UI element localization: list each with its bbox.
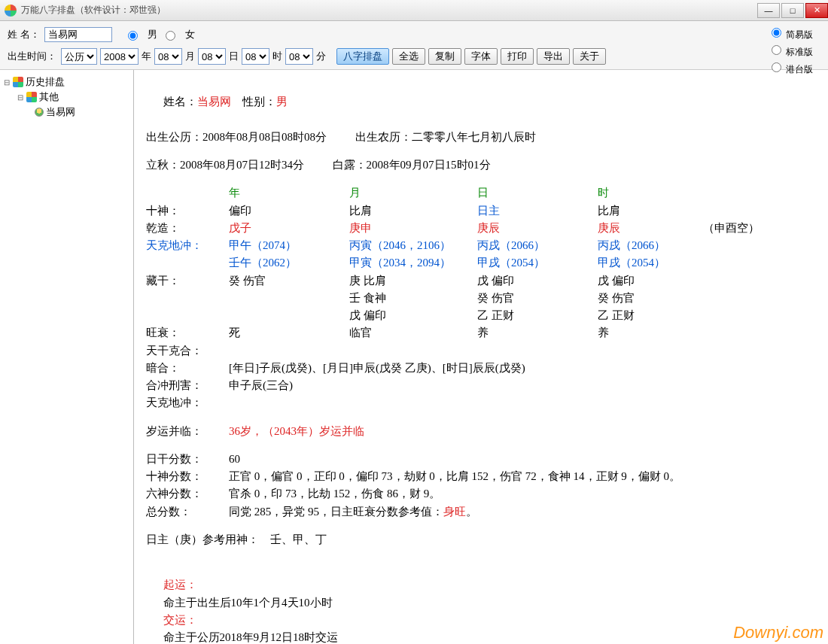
paipan-button[interactable]: 八字排盘: [336, 48, 389, 65]
tree-toggle-icon[interactable]: ⊟: [17, 93, 24, 102]
about-button[interactable]: 关于: [573, 48, 606, 65]
result-content[interactable]: 姓名：当易网 性别：男 出生公历：2008年08月08日08时08分 出生农历：…: [134, 70, 828, 644]
year-select[interactable]: 2008: [100, 48, 139, 65]
tiangan-kehe: 天干克合：: [146, 342, 813, 360]
copy-button[interactable]: 复制: [428, 48, 461, 65]
anhe-row: 暗合：[年日]子辰(戊癸)、[月日]申辰(戊癸 乙庚)、[时日]辰辰(戊癸): [146, 360, 813, 377]
maximize-button[interactable]: □: [781, 3, 804, 18]
hechongxinghai-row: 合冲刑害：申子辰(三合): [146, 377, 813, 394]
selectall-button[interactable]: 全选: [392, 48, 425, 65]
suiyun-row: 岁运并临：36岁，（2043年）岁运并临: [146, 423, 813, 440]
folder-icon: [26, 92, 37, 102]
calendar-select[interactable]: 公历: [61, 48, 97, 65]
version-radios: 简易版 标准版 港台版: [768, 26, 814, 76]
tree-leaf[interactable]: 当易网: [3, 105, 130, 120]
qianzao-row: 乾造： 戊子 庚申 庚辰 庚辰 （申酉空）: [146, 220, 813, 237]
rgfs-row: 日干分数：60: [146, 451, 813, 468]
shishen-row: 十神： 偏印 比肩 日主 比肩: [146, 202, 813, 220]
version-simple-radio[interactable]: 简易版: [768, 26, 813, 41]
gender-female-radio[interactable]: 女: [162, 28, 195, 41]
app-icon: [5, 5, 17, 17]
tree-group[interactable]: ⊟ 其他: [3, 90, 130, 105]
tkdc-empty-row: 天克地冲：: [146, 394, 813, 412]
print-button[interactable]: 打印: [501, 48, 534, 65]
tiankedichong-row2: 壬午（2062） 甲寅（2034，2094） 甲戌（2054） 甲戌（2054）: [146, 254, 813, 272]
lsfs-row: 六神分数：官杀 0，印 73，比劫 152，伤食 86，财 9。: [146, 485, 813, 503]
window-title: 万能八字排盘（软件设计：邓世强）: [21, 4, 166, 17]
result-birth-line: 出生公历：2008年08月08日08时08分 出生农历：二零零八年七月初八辰时: [146, 129, 813, 146]
sidebar: ⊟ 历史排盘 ⊟ 其他 当易网: [0, 70, 134, 644]
tree-toggle-icon[interactable]: ⊟: [3, 78, 11, 87]
yongshen-row: 日主（庚）参考用神： 壬、甲、丁: [146, 531, 813, 548]
wangshuai-row: 旺衰： 死 临官 养 养: [146, 324, 813, 342]
month-select[interactable]: 08: [154, 48, 182, 65]
title-bar: 万能八字排盘（软件设计：邓世强） — □ ✕: [0, 0, 828, 21]
canggan-row1: 藏干： 癸 伤官 庚 比肩 戊 偏印 戊 偏印: [146, 272, 813, 290]
qiyun-row: 起运： 命主于出生后10年1个月4天10小时 交运： 命主于公历2018年9月1…: [146, 559, 813, 644]
zfs-row: 总分数：同党 285，异党 95，日主旺衰分数参考值：身旺。: [146, 503, 813, 521]
gender-male-radio[interactable]: 男: [124, 28, 157, 41]
tree-root[interactable]: ⊟ 历史排盘: [3, 74, 130, 90]
ssfs-row: 十神分数：正官 0，偏官 0，正印 0，偏印 73，劫财 0，比肩 152，伤官…: [146, 468, 813, 485]
canggan-row2: 壬 食神 癸 伤官 癸 伤官: [146, 290, 813, 307]
close-button[interactable]: ✕: [805, 3, 828, 18]
minimize-button[interactable]: —: [757, 3, 780, 18]
hour-select[interactable]: 08: [242, 48, 269, 65]
name-input[interactable]: [44, 27, 112, 42]
version-standard-radio[interactable]: 标准版: [768, 43, 813, 59]
minute-select[interactable]: 08: [285, 48, 313, 65]
column-headers: 年 月 日 时: [146, 184, 813, 202]
birth-label: 出生时间：: [8, 50, 56, 63]
person-icon: [35, 108, 44, 117]
tiankedichong-row1: 天克地冲： 甲午（2074） 丙寅（2046，2106） 丙戌（2066） 丙戌…: [146, 237, 813, 254]
result-solar-terms: 立秋：2008年08月07日12时34分 白露：2008年09月07日15时01…: [146, 156, 813, 174]
result-name-line: 姓名：当易网 性别：男: [146, 76, 813, 129]
toolbar: 姓 名： 男 女 出生时间： 公历 2008 年 08 月 08 日 08 时 …: [0, 21, 828, 70]
folder-icon: [13, 77, 23, 87]
font-button[interactable]: 字体: [464, 48, 498, 65]
day-select[interactable]: 08: [198, 48, 226, 65]
export-button[interactable]: 导出: [537, 48, 570, 65]
name-label: 姓 名：: [8, 28, 40, 41]
canggan-row3: 戊 偏印 乙 正财 乙 正财: [146, 307, 813, 324]
